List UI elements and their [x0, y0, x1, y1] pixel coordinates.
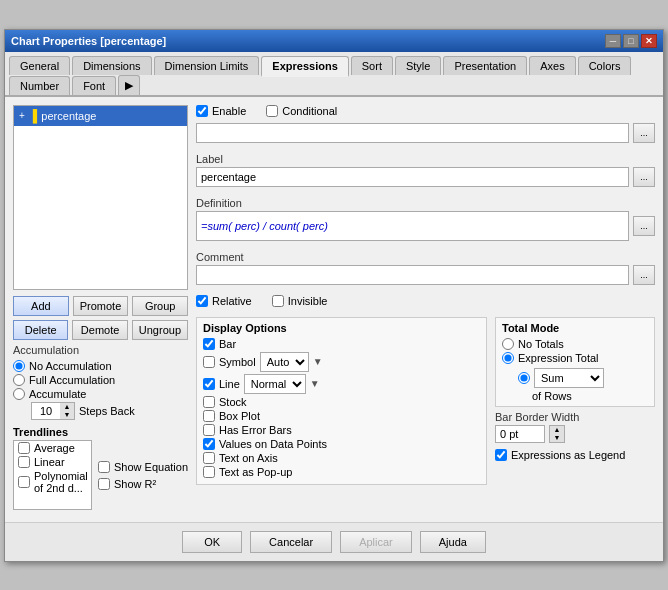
label-label: Label	[196, 153, 655, 165]
invisible-checkbox[interactable]	[272, 295, 284, 307]
symbol-select[interactable]: Auto	[260, 352, 309, 372]
values-on-data-points-checkbox[interactable]	[203, 438, 215, 450]
line-row: Line Normal ▼	[203, 374, 480, 394]
definition-input-row: ...	[196, 211, 655, 241]
line-select[interactable]: Normal	[244, 374, 306, 394]
tab-axes[interactable]: Axes	[529, 56, 575, 75]
delete-button[interactable]: Delete	[13, 320, 68, 340]
sum-radio[interactable]	[518, 372, 530, 384]
bar-border-input[interactable]	[495, 425, 545, 443]
relative-row: Relative	[196, 295, 252, 307]
symbol-row: Symbol Auto ▼	[203, 352, 480, 372]
trendlines-list[interactable]: Average Linear Polynomial of 2nd d...	[13, 440, 92, 510]
add-button[interactable]: Add	[13, 296, 69, 316]
close-button[interactable]: ✕	[641, 34, 657, 48]
line-label: Line	[219, 378, 240, 390]
accumulate-radio[interactable]	[13, 388, 25, 400]
tab-general[interactable]: General	[9, 56, 70, 75]
expressions-legend-checkbox[interactable]	[495, 449, 507, 461]
spinner-down[interactable]: ▼	[60, 411, 74, 419]
tab-dimensions[interactable]: Dimensions	[72, 56, 151, 75]
tab-presentation[interactable]: Presentation	[443, 56, 527, 75]
relative-checkbox[interactable]	[196, 295, 208, 307]
spinner-up[interactable]: ▲	[60, 403, 74, 411]
show-equation-check[interactable]	[98, 461, 110, 473]
stock-checkbox[interactable]	[203, 396, 215, 408]
box-plot-checkbox[interactable]	[203, 410, 215, 422]
trend-average-check[interactable]	[18, 442, 30, 454]
enable-conditional-row: Enable Conditional	[196, 105, 655, 117]
symbol-checkbox[interactable]	[203, 356, 215, 368]
enable-checkbox[interactable]	[196, 105, 208, 117]
trend-average: Average	[14, 441, 91, 455]
show-equation-row: Show Equation	[98, 461, 188, 473]
bar-border-down[interactable]: ▼	[550, 434, 564, 442]
total-mode-title: Total Mode	[502, 322, 648, 334]
display-options-title: Display Options	[203, 322, 480, 334]
definition-input[interactable]	[196, 211, 629, 241]
maximize-button[interactable]: □	[623, 34, 639, 48]
display-options: Display Options Bar Symbol Auto ▼	[196, 317, 487, 485]
tab-font[interactable]: Font	[72, 76, 116, 95]
ungroup-button[interactable]: Ungroup	[132, 320, 188, 340]
tab-sort[interactable]: Sort	[351, 56, 393, 75]
lower-section: Display Options Bar Symbol Auto ▼	[196, 317, 655, 485]
right-panel: Enable Conditional ... Label ..	[196, 105, 655, 514]
comment-browse-btn[interactable]: ...	[633, 265, 655, 285]
steps-input[interactable]: 10	[32, 403, 60, 419]
minimize-button[interactable]: ─	[605, 34, 621, 48]
tab-more-button[interactable]: ▶	[118, 75, 140, 95]
has-error-bars-label: Has Error Bars	[219, 424, 292, 436]
trend-linear-check[interactable]	[18, 456, 30, 468]
comment-input[interactable]	[196, 265, 629, 285]
tab-expressions[interactable]: Expressions	[261, 56, 348, 77]
definition-group: Definition ...	[196, 197, 655, 241]
ok-button[interactable]: OK	[182, 531, 242, 553]
conditional-browse-btn[interactable]: ...	[633, 123, 655, 143]
enable-row: Enable	[196, 105, 246, 117]
tab-dimension-limits[interactable]: Dimension Limits	[154, 56, 260, 75]
trend-polynomial-check[interactable]	[18, 476, 30, 488]
bar-border-label: Bar Border Width	[495, 411, 655, 423]
line-checkbox[interactable]	[203, 378, 215, 390]
group-button[interactable]: Group	[132, 296, 188, 316]
conditional-input[interactable]	[196, 123, 629, 143]
expression-list[interactable]: + ▐ percentage	[13, 105, 188, 290]
comment-input-row: ...	[196, 265, 655, 285]
apply-button[interactable]: Aplicar	[340, 531, 412, 553]
full-accumulation-radio[interactable]	[13, 374, 25, 386]
text-on-axis-checkbox[interactable]	[203, 452, 215, 464]
cancel-button[interactable]: Cancelar	[250, 531, 332, 553]
show-r2-check[interactable]	[98, 478, 110, 490]
expand-icon: +	[19, 110, 25, 121]
of-rows-label: of Rows	[532, 390, 648, 402]
tab-colors[interactable]: Colors	[578, 56, 632, 75]
bar-border-up[interactable]: ▲	[550, 426, 564, 434]
conditional-checkbox[interactable]	[266, 105, 278, 117]
relative-label: Relative	[212, 295, 252, 307]
trend-polynomial-label: Polynomial of 2nd d...	[34, 470, 88, 494]
no-accumulation-label: No Accumulation	[29, 360, 112, 372]
has-error-bars-checkbox[interactable]	[203, 424, 215, 436]
tab-number[interactable]: Number	[9, 76, 70, 95]
demote-button[interactable]: Demote	[72, 320, 127, 340]
expression-total-radio[interactable]	[502, 352, 514, 364]
tab-style[interactable]: Style	[395, 56, 441, 75]
help-button[interactable]: Ajuda	[420, 531, 486, 553]
no-accumulation-radio[interactable]	[13, 360, 25, 372]
expression-item[interactable]: + ▐ percentage	[14, 106, 187, 126]
sum-select[interactable]: Sum	[534, 368, 604, 388]
label-browse-btn[interactable]: ...	[633, 167, 655, 187]
text-as-popup-checkbox[interactable]	[203, 466, 215, 478]
trendlines-lower: Average Linear Polynomial of 2nd d...	[13, 440, 188, 514]
window: Chart Properties [percentage] ─ □ ✕ Gene…	[4, 29, 664, 562]
conditional-input-group: ...	[196, 123, 655, 143]
show-r2-row: Show R²	[98, 478, 188, 490]
bar-checkbox[interactable]	[203, 338, 215, 350]
definition-browse-btn[interactable]: ...	[633, 216, 655, 236]
add-promote-group-row: Add Promote Group	[13, 296, 188, 316]
no-totals-radio[interactable]	[502, 338, 514, 350]
enable-label: Enable	[212, 105, 246, 117]
promote-button[interactable]: Promote	[73, 296, 129, 316]
label-input[interactable]	[196, 167, 629, 187]
